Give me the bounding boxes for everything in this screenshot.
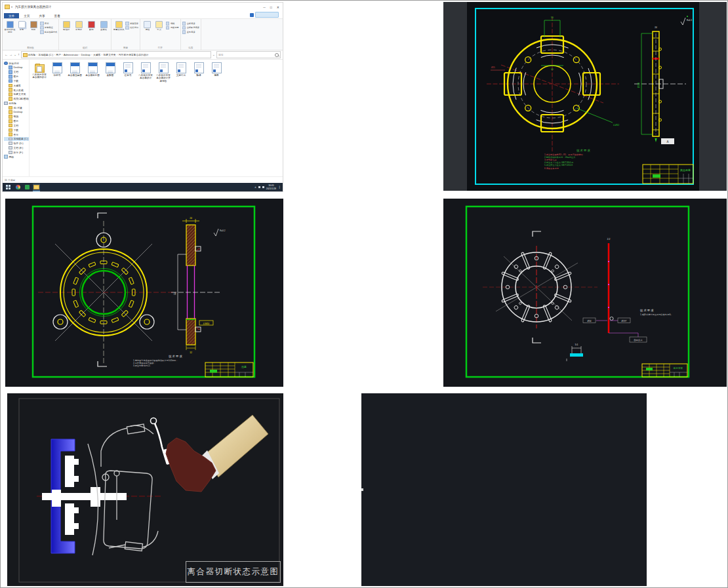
minimize-button[interactable]: ─ [263, 5, 266, 9]
ribbon-button-small[interactable]: 全部取消选择 [182, 26, 199, 30]
ribbon-button-small[interactable]: 粘贴快捷方式 [40, 30, 57, 34]
ribbon-button-small[interactable]: 反向选择 [182, 30, 199, 34]
sidebar-item[interactable]: 下载 [4, 79, 29, 83]
forward-icon[interactable]: → [9, 53, 12, 56]
back-icon[interactable]: ← [5, 53, 8, 56]
quick-access-arrow-icon[interactable]: ▾ [11, 5, 12, 9]
sidebar-item[interactable]: 大威客 [4, 83, 29, 88]
file-item[interactable]: 摘要 [209, 62, 224, 77]
close-button[interactable]: ✕ [277, 5, 279, 9]
ribbon-button-small[interactable]: 全部选择 [182, 22, 199, 26]
sidebar-item[interactable]: 网络 [4, 155, 29, 159]
sidebar-item-icon [9, 151, 12, 154]
ribbon-tab[interactable]: 共享 [34, 13, 49, 18]
taskbar-explorer-icon[interactable] [33, 184, 40, 191]
breadcrumb-item[interactable]: 汽车膜片弹簧离合器的设计 [119, 53, 149, 56]
sidebar-item[interactable]: 文档 (E:) [4, 146, 29, 150]
ribbon-button-small[interactable]: 剪切 [40, 22, 57, 26]
maximize-button[interactable]: □ [270, 5, 272, 9]
ribbon-button[interactable]: 固定到快速访问 [4, 20, 16, 34]
breadcrumb-item[interactable]: 大威客 [93, 53, 104, 56]
sidebar-item[interactable]: 3D 对象 [4, 106, 29, 110]
breadcrumb[interactable]: 此电脑本地磁盘 (C:)用户AdministratorDesktop大威客新建文… [21, 51, 211, 58]
file-item[interactable]: 离合器膜片图 [85, 62, 100, 77]
sidebar-item[interactable]: 音乐 [4, 132, 29, 137]
start-button[interactable] [6, 185, 10, 189]
ribbon-button-small[interactable]: 新建项目 [125, 22, 138, 26]
ribbon-button[interactable]: 删除 [85, 20, 97, 31]
sidebar-item[interactable]: 私人收藏 [4, 88, 29, 92]
status-bar: 11 个项目 [3, 176, 283, 183]
ribbon-group-open: 属性打开 编辑历史记录 打开 [140, 19, 181, 50]
sidebar-item[interactable]: 图片 [4, 74, 29, 79]
ribbon-button[interactable]: 复制 [16, 20, 28, 34]
svg-text:膜片弹簧: 膜片弹簧 [674, 366, 683, 370]
sidebar-item-icon [9, 146, 12, 149]
ribbon-tab[interactable]: 主页 [19, 13, 34, 18]
file-item[interactable]: 汽车膜片弹簧离合器的设计 [31, 62, 47, 79]
taskbar-app-icon[interactable] [24, 184, 31, 191]
front-view [483, 231, 597, 343]
breadcrumb-item[interactable]: 本地磁盘 (C:) [38, 53, 56, 56]
breadcrumb-item[interactable]: Desktop [81, 54, 93, 56]
tray-chevron-icon[interactable]: ∧ [254, 186, 256, 189]
ribbon-tab[interactable]: 查看 [50, 13, 65, 18]
taskbar-browser-icon[interactable] [14, 184, 22, 191]
sidebar-item[interactable]: 文档 [4, 123, 29, 128]
file-item[interactable]: 装配图 [102, 62, 118, 77]
ribbon-button[interactable]: 新建文件夹 [113, 20, 125, 31]
breadcrumb-item[interactable]: 新建文件夹 [104, 53, 119, 56]
breadcrumb-item[interactable]: 用户 [56, 53, 64, 56]
tray-volume-icon[interactable] [262, 186, 264, 188]
show-desktop-edge[interactable]: ▏ [279, 186, 281, 189]
up-icon[interactable]: ↑ [18, 53, 20, 56]
file-item[interactable]: 说明书 [49, 62, 65, 77]
tab-file[interactable]: 文件 [4, 13, 19, 18]
sidebar-item[interactable]: 下载 [4, 128, 29, 132]
ribbon-button-small[interactable]: 轻松访问 [125, 26, 138, 30]
ribbon-button[interactable]: 粘贴 [28, 20, 39, 34]
recent-dropdown-icon[interactable]: ⌄ [14, 53, 16, 56]
file-item[interactable]: 文献综述 [173, 62, 189, 77]
ribbon-button[interactable]: 移动到 [60, 20, 72, 31]
file-icon [123, 62, 133, 73]
file-item[interactable]: 翻译 [191, 62, 207, 77]
item-count: 11 个项目 [5, 178, 15, 182]
taskbar-clock[interactable]: 16:05 2021/1/28 [266, 184, 277, 190]
search-input[interactable]: 搜索 [216, 51, 281, 58]
sidebar-item[interactable]: Desktop [4, 66, 29, 70]
file-item[interactable]: 离合器压盘图 [67, 62, 83, 77]
sidebar-item[interactable]: 文档 [4, 70, 29, 75]
sidebar-item[interactable]: 视频 [4, 115, 29, 119]
svg-text:4-M10: 4-M10 [203, 323, 210, 325]
sidebar-item[interactable]: 此电脑 [4, 101, 29, 106]
sidebar-item[interactable]: 娱乐 (F:) [4, 150, 29, 155]
detail-view: 5:1 [567, 343, 583, 361]
file-item[interactable]: 任务书 [120, 62, 136, 77]
file-item[interactable]: 汽车膜片弹簧离合器设计 [138, 62, 153, 80]
sidebar-item[interactable]: Desktop [4, 110, 29, 115]
header-badge[interactable] [250, 12, 279, 18]
ribbon-button-small[interactable]: 历史记录 [166, 26, 179, 30]
breadcrumb-item[interactable]: 此电脑 [28, 53, 39, 56]
breadcrumb-item[interactable]: Administrator [64, 54, 81, 56]
tray-network-icon[interactable] [258, 186, 260, 188]
address-bar: ← → ⌄ ↑ 此电脑本地磁盘 (C:)用户AdministratorDeskt… [3, 50, 283, 60]
sidebar-item[interactable]: 本地磁盘 (C:) [4, 137, 29, 142]
sidebar-item[interactable]: 新建文件夹 [4, 92, 29, 97]
refresh-icon[interactable]: ⌄ [212, 53, 215, 56]
ribbon-button[interactable]: 属性 [142, 20, 153, 31]
ribbon-button-small[interactable]: 编辑 [166, 22, 179, 26]
ribbon-button[interactable]: 重命名 [98, 20, 110, 31]
file-item[interactable]: 汽车膜片弹簧离合器设计开题报告 [155, 62, 171, 83]
ribbon-button[interactable]: 复制到 [73, 20, 85, 31]
sidebar-item[interactable]: 快速访问 [4, 61, 29, 66]
sidebar-item[interactable]: 相关CAD图纸 [4, 96, 29, 101]
sidebar-item[interactable]: 图片 [4, 119, 29, 123]
ribbon-small-icon [40, 22, 44, 26]
technical-notes: 技术要求 1.摩擦面对基准面的端面圆跳动不大于0.05mm；2.工作表面不得有裂… [133, 355, 218, 367]
svg-text:Ø197: Ø197 [622, 320, 627, 323]
ribbon-button-small[interactable]: 复制路径 [40, 26, 57, 30]
sidebar-item[interactable]: 软件 (D:) [4, 141, 29, 146]
ribbon-button[interactable]: 打开 [153, 20, 165, 31]
